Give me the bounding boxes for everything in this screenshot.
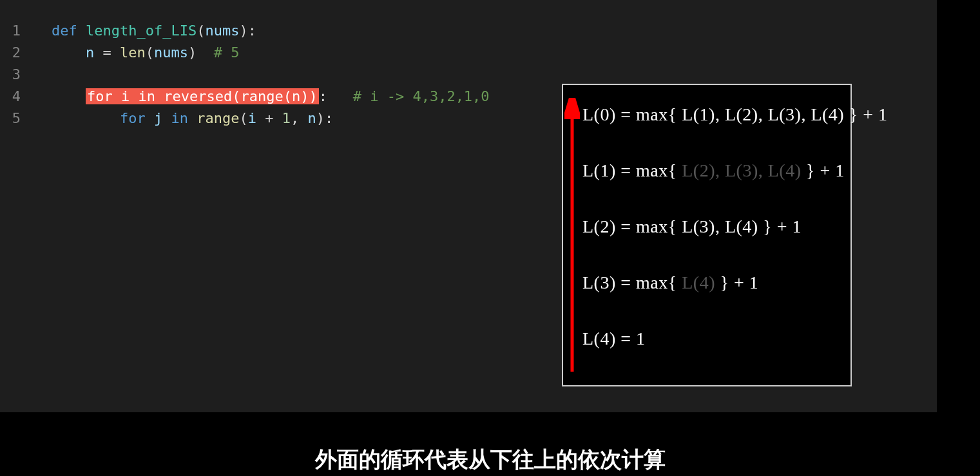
indent bbox=[52, 88, 86, 104]
dim-terms: L(2), L(3), L(4) bbox=[682, 160, 801, 180]
line-number: 3 bbox=[0, 66, 26, 82]
formula-L3: L(3) = max{ L(4) } + 1 bbox=[582, 272, 839, 293]
keyword-for: for bbox=[120, 110, 146, 126]
code-content: def length_of_LIS(nums): bbox=[26, 23, 256, 39]
indent bbox=[52, 44, 86, 61]
formula-L1: L(1) = max{ L(2), L(3), L(4) } + 1 bbox=[582, 160, 839, 181]
code-content: n = len(nums) # 5 bbox=[26, 44, 239, 61]
keyword-def: def bbox=[52, 23, 77, 39]
comment: # i -> 4,3,2,1,0 bbox=[353, 88, 490, 104]
code-content: for j in range(i + 1, n): bbox=[26, 110, 333, 126]
code-line-3: 3 bbox=[0, 63, 937, 85]
paren-close: )) bbox=[300, 88, 318, 104]
param-nums: nums bbox=[205, 23, 239, 39]
colon: : bbox=[319, 88, 327, 104]
keyword-in: in bbox=[138, 88, 155, 104]
pad bbox=[327, 88, 353, 104]
var-j: j bbox=[154, 110, 162, 126]
equals: = bbox=[94, 44, 120, 61]
line-number: 1 bbox=[0, 23, 26, 39]
formula-panel: L(0) = max{ L(1), L(2), L(3), L(4) } + 1… bbox=[562, 84, 852, 386]
plus: + bbox=[256, 110, 282, 126]
formula-L4: L(4) = 1 bbox=[582, 328, 839, 349]
comma: , bbox=[291, 110, 308, 126]
formula-L2: L(2) = max{ L(3), L(4) } + 1 bbox=[582, 216, 839, 237]
keyword-for: for bbox=[87, 88, 113, 104]
comment: # 5 bbox=[214, 44, 240, 61]
paren-open: ( bbox=[146, 44, 154, 61]
fn-range: range bbox=[197, 110, 239, 126]
fn-len: len bbox=[120, 44, 146, 61]
fn-reversed: reversed bbox=[164, 88, 232, 104]
code-line-2: 2 n = len(nums) # 5 bbox=[0, 41, 937, 63]
arg-n: n bbox=[292, 88, 300, 104]
paren-close: ): bbox=[316, 110, 334, 126]
code-content: for i in reversed(range(n)): # i -> 4,3,… bbox=[26, 88, 490, 104]
highlighted-for-loop: for i in reversed(range(n)) bbox=[86, 88, 319, 104]
dim-terms: L(4) bbox=[682, 272, 715, 292]
paren-close: ): bbox=[239, 23, 256, 39]
up-arrow-icon bbox=[564, 98, 580, 375]
code-line-1: 1 def length_of_LIS(nums): bbox=[0, 19, 937, 41]
var-i: i bbox=[248, 110, 256, 126]
paren-open: ( bbox=[239, 110, 247, 126]
right-black-strip bbox=[937, 0, 980, 412]
subtitle-caption: 外面的循环代表从下往上的依次计算 bbox=[0, 445, 980, 476]
keyword-in: in bbox=[171, 110, 188, 126]
line-number: 5 bbox=[0, 110, 26, 126]
line-number: 2 bbox=[0, 44, 26, 61]
number-1: 1 bbox=[282, 110, 291, 126]
line-number: 4 bbox=[0, 88, 26, 104]
arg-nums: nums bbox=[154, 44, 188, 61]
paren-open: ( bbox=[283, 88, 292, 104]
paren-open: ( bbox=[197, 23, 205, 39]
fn-range: range bbox=[240, 88, 283, 104]
function-name: length_of_LIS bbox=[86, 23, 197, 39]
var-n: n bbox=[307, 110, 316, 126]
var-i: i bbox=[121, 88, 130, 104]
paren-open: ( bbox=[232, 88, 240, 104]
paren-close: ) bbox=[188, 44, 214, 61]
var-n: n bbox=[86, 44, 94, 61]
formula-L0: L(0) = max{ L(1), L(2), L(3), L(4) } + 1 bbox=[582, 104, 839, 125]
indent bbox=[52, 110, 120, 126]
